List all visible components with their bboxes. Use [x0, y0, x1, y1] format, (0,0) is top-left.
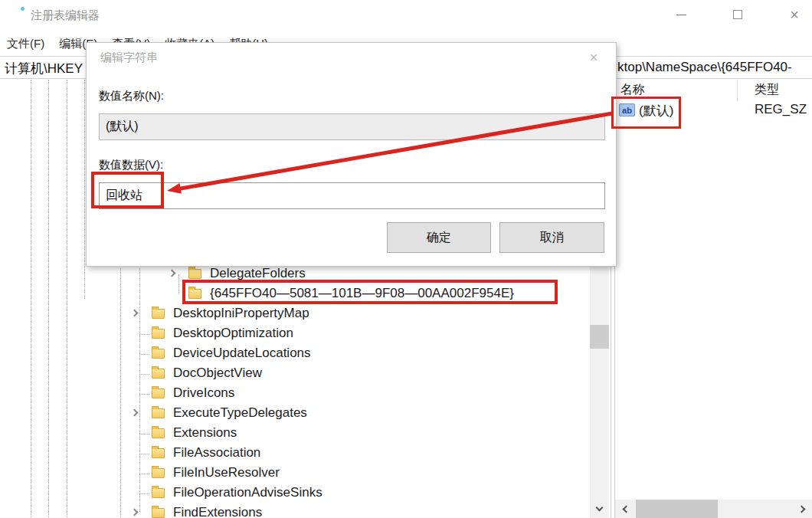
- value-type: REG_SZ: [755, 102, 807, 117]
- column-separator[interactable]: [737, 80, 738, 101]
- tree-item-label: FileOperationAdviseSinks: [173, 485, 323, 500]
- regedit-app-icon: [8, 7, 25, 24]
- folder-icon: [188, 269, 201, 279]
- folder-icon: [152, 408, 165, 418]
- maximize-icon: [733, 10, 742, 19]
- scroll-left-icon: [622, 505, 630, 513]
- tree-item-findextensions[interactable]: FindExtensions: [0, 503, 588, 518]
- minimize-button[interactable]: [663, 0, 699, 29]
- annotation-box-default-name: [611, 97, 681, 129]
- window-title: 注册表编辑器: [31, 8, 100, 23]
- close-icon: ×: [790, 7, 799, 22]
- value-name-field[interactable]: [99, 113, 605, 140]
- scroll-left-button[interactable]: [615, 500, 634, 518]
- scrollbar-thumb[interactable]: [590, 325, 609, 349]
- tree-item-extensions[interactable]: Extensions: [0, 424, 588, 444]
- close-icon: ×: [589, 49, 598, 66]
- title-bar: 注册表编辑器 ×: [0, 0, 812, 31]
- scroll-right-button[interactable]: [793, 500, 812, 518]
- scroll-right-icon: [797, 505, 805, 513]
- address-path-left: 计算机\HKEY: [5, 60, 83, 77]
- tree-item-label: FileInUseResolver: [173, 465, 280, 480]
- folder-icon: [152, 428, 165, 438]
- tree-item-driveicons[interactable]: DriveIcons: [0, 384, 588, 404]
- tree-item-label: DeviceUpdateLocations: [173, 346, 311, 361]
- chevron-right-icon[interactable]: [131, 310, 139, 317]
- annotation-box-tree-key: [182, 280, 558, 304]
- edit-string-dialog: 编辑字符串 × 数值名称(N): 数值数据(V): 确定 取消: [86, 42, 617, 267]
- chevron-right-icon[interactable]: [169, 270, 176, 277]
- tree-item-label: DesktopIniPropertyMap: [173, 306, 309, 321]
- scroll-down-icon: [596, 503, 604, 511]
- tree-item-desktopinipropertymap[interactable]: DesktopIniPropertyMap: [0, 304, 588, 324]
- address-path-right: ktop\NameSpace\{645FFO40-: [617, 60, 792, 75]
- scroll-down-button[interactable]: [590, 499, 609, 518]
- value-name-label: 数值名称(N):: [99, 89, 164, 103]
- tree-item-label: DelegateFolders: [210, 266, 306, 281]
- tree-item-label: FindExtensions: [173, 505, 262, 518]
- tree-item-label: Extensions: [173, 425, 237, 441]
- ok-button[interactable]: 确定: [387, 222, 491, 253]
- column-header-name[interactable]: 名称: [620, 82, 645, 98]
- scrollbar-thumb[interactable]: [636, 500, 718, 518]
- folder-icon: [152, 309, 165, 319]
- tree-item-docobjectview[interactable]: DocObjectView: [0, 364, 588, 384]
- value-data-label: 数值数据(V):: [99, 158, 163, 172]
- folder-icon: [152, 329, 165, 339]
- tree-item-fileinuseresolver[interactable]: FileInUseResolver: [0, 464, 588, 484]
- column-header-type[interactable]: 类型: [755, 82, 779, 98]
- chevron-right-icon[interactable]: [131, 409, 139, 417]
- list-horizontal-scrollbar[interactable]: [615, 500, 812, 518]
- chevron-right-icon[interactable]: [131, 509, 139, 516]
- cancel-button[interactable]: 取消: [499, 222, 604, 253]
- value-data-field[interactable]: [99, 182, 605, 209]
- tree-item-fileassociation[interactable]: FileAssociation: [0, 444, 588, 464]
- regedit-spark-glyph: [20, 6, 25, 11]
- tree-item-desktopoptimization[interactable]: DesktopOptimization: [0, 324, 588, 344]
- tree-item-executetypedelegates[interactable]: ExecuteTypeDelegates: [0, 404, 588, 424]
- folder-icon: [152, 488, 165, 498]
- menu-file[interactable]: 文件(F): [7, 37, 44, 51]
- annotation-box-data-value: [91, 172, 164, 208]
- tree-item-label: DesktopOptimization: [173, 326, 293, 341]
- folder-icon: [152, 369, 165, 379]
- tree-item-label: ExecuteTypeDelegates: [173, 405, 307, 421]
- tree-item-label: DriveIcons: [173, 385, 234, 401]
- tree-item-label: DocObjectView: [173, 366, 262, 381]
- folder-icon: [152, 448, 165, 458]
- close-button[interactable]: ×: [777, 0, 812, 29]
- folder-icon: [152, 508, 165, 518]
- folder-icon: [152, 349, 165, 359]
- maximize-button[interactable]: [720, 0, 755, 29]
- folder-icon: [152, 388, 165, 398]
- registry-editor-window: 注册表编辑器 × 文件(F) 编辑(E) 查看(V) 收藏夹(A) 帮助(H) …: [0, 0, 812, 518]
- minimize-icon: [676, 15, 686, 15]
- tree-item-fileoperationadvisesinks[interactable]: FileOperationAdviseSinks: [0, 484, 588, 503]
- tree-item-deviceupdatelocations[interactable]: DeviceUpdateLocations: [0, 344, 588, 364]
- dialog-title: 编辑字符串: [100, 51, 158, 65]
- dialog-close-button[interactable]: ×: [582, 48, 605, 67]
- tree-item-label: FileAssociation: [173, 445, 260, 461]
- folder-icon: [152, 468, 165, 478]
